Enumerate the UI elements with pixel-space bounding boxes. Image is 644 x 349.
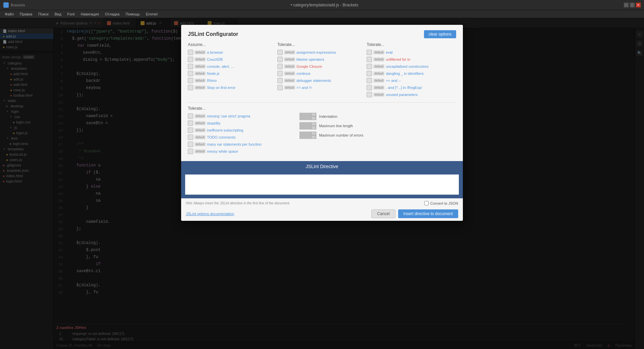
modal-header: JSLint Configurator clear options <box>188 30 456 38</box>
options-columns: Assume... default a browser default Couc… <box>188 42 456 99</box>
option-row: default . and [^...] in /RegExp/ <box>367 85 453 90</box>
title-bar: Brackets • category/templates/add.js - B… <box>0 0 644 10</box>
option-label-rhino[interactable]: Rhino <box>207 79 217 83</box>
action-buttons: Cancel Insert directive to document <box>371 209 458 218</box>
menu-edit[interactable]: Правка <box>17 11 35 17</box>
option-label-stupidity[interactable]: stupidity <box>207 121 220 125</box>
option-checkbox[interactable] <box>277 78 283 83</box>
option-label-continue[interactable]: continue <box>297 71 311 76</box>
option-checkbox[interactable] <box>188 149 193 154</box>
option-label-assign[interactable]: assignment expressions <box>297 50 336 54</box>
option-label-closure[interactable]: Google Closure <box>297 64 322 68</box>
num-up-arrow[interactable]: ▲ <box>311 132 316 135</box>
option-checkbox[interactable] <box>188 85 193 90</box>
option-label-strict[interactable]: missing 'use strict' pragma <box>207 114 250 118</box>
menu-nav[interactable]: Навигация <box>78 11 102 17</box>
menu-search[interactable]: Поиск <box>36 11 51 17</box>
convert-json-checkbox[interactable] <box>424 201 429 205</box>
option-label-manyvar[interactable]: many var statements per function <box>207 142 262 146</box>
number-input-inner <box>300 132 311 139</box>
option-checkbox[interactable] <box>277 50 283 55</box>
option-checkbox[interactable] <box>188 57 193 62</box>
option-label-eval[interactable]: eval <box>386 50 392 54</box>
bottom-section: Tolerate... default missing 'use strict'… <box>188 106 456 156</box>
option-label-couchdb[interactable]: CouchDB <box>207 57 223 61</box>
option-label-browser[interactable]: a browser <box>207 50 223 54</box>
indentation-input[interactable]: ▲ ▼ <box>300 113 316 120</box>
menu-file[interactable]: Файл <box>2 11 16 17</box>
option-row: default bitwise operators <box>277 57 364 62</box>
number-option-indentation: ▲ ▼ Indentation <box>300 113 378 120</box>
close-button[interactable]: ✕ <box>636 3 641 7</box>
option-label-uncap[interactable]: uncapitalized constructors <box>386 64 428 68</box>
insert-directive-button[interactable]: Insert directive to document <box>398 209 458 218</box>
cancel-button[interactable]: Cancel <box>371 209 395 218</box>
option-checkbox[interactable] <box>188 120 193 126</box>
app-name: Brackets <box>11 3 25 7</box>
option-label-subscript[interactable]: inefficient subscripting <box>207 128 243 132</box>
option-checkbox[interactable] <box>367 64 372 69</box>
number-input-inner <box>300 113 311 120</box>
option-checkbox[interactable] <box>188 64 193 69</box>
maxerrors-input[interactable]: ▲ ▼ <box>300 132 316 139</box>
minimize-button[interactable]: ─ <box>624 3 629 7</box>
option-checkbox[interactable] <box>277 71 283 76</box>
maximize-button[interactable]: □ <box>630 3 635 7</box>
directive-hint: Hint: Always insert the JSLint directive… <box>186 201 290 205</box>
num-up-arrow[interactable]: ▲ <box>311 122 316 126</box>
clear-options-button[interactable]: clear options <box>424 30 456 38</box>
option-checkbox[interactable] <box>188 135 193 140</box>
num-up-arrow[interactable]: ▲ <box>311 113 316 116</box>
option-label-plusplus[interactable]: ++ and -- <box>386 79 401 83</box>
option-label-nodejs[interactable]: Node.js <box>207 71 219 76</box>
option-checkbox[interactable] <box>277 64 283 69</box>
option-checkbox[interactable] <box>188 128 193 133</box>
jslint-doc-link[interactable]: JSLint options documentation <box>186 212 234 216</box>
option-checkbox[interactable] <box>367 92 372 97</box>
option-label-unused[interactable]: unused parameters <box>386 93 418 97</box>
option-label-unfiltered[interactable]: unfiltered for in <box>386 57 410 61</box>
menu-debug[interactable]: Отладка <box>102 11 122 17</box>
option-label-bitwise[interactable]: bitwise operators <box>297 57 324 61</box>
directive-textarea[interactable] <box>185 174 459 195</box>
option-checkbox[interactable] <box>188 78 193 83</box>
option-checkbox[interactable] <box>277 85 283 90</box>
option-checkbox[interactable] <box>188 50 193 55</box>
option-checkbox[interactable] <box>367 57 372 62</box>
option-checkbox[interactable] <box>188 113 193 119</box>
num-down-arrow[interactable]: ▼ <box>311 135 316 139</box>
maxline-input[interactable]: ▲ ▼ <box>300 122 316 130</box>
option-label-todo[interactable]: TODO comments <box>207 135 235 139</box>
option-label-console[interactable]: console, alert, ... <box>207 64 234 68</box>
menu-emmet[interactable]: Emmet <box>143 11 160 17</box>
menu-bar: Файл Правка Поиск Вид Font Навигация Отл… <box>0 10 644 18</box>
option-label-stop[interactable]: Stop on first error <box>207 86 235 90</box>
num-down-arrow[interactable]: ▼ <box>311 126 316 130</box>
tolerate-bottom-header: Tolerate... <box>188 106 289 111</box>
option-checkbox[interactable] <box>188 142 193 147</box>
option-label-messy[interactable]: messy white space <box>207 149 238 153</box>
option-checkbox[interactable] <box>277 57 283 62</box>
option-label-regexp[interactable]: . and [^...] in /RegExp/ <box>386 86 422 90</box>
jslint-modal: JSLint Configurator clear options Assume… <box>181 25 463 221</box>
option-checkbox[interactable] <box>367 71 372 76</box>
num-down-arrow[interactable]: ▼ <box>311 116 316 120</box>
menu-help[interactable]: Помощь <box>123 11 143 17</box>
option-checkbox[interactable] <box>188 71 193 76</box>
option-row: default unused parameters <box>367 92 453 97</box>
menu-view[interactable]: Вид <box>52 11 64 17</box>
option-label-dangling[interactable]: dangling _ in identifiers <box>386 71 424 76</box>
option-label-eqeq[interactable]: == and != <box>297 86 312 90</box>
tolerate-header-2: Tolerate... <box>367 42 453 47</box>
option-row: default assignment expressions <box>277 50 364 55</box>
maxerrors-label: Maximum number of errors <box>319 133 363 137</box>
option-label-debugger[interactable]: debugger statements <box>297 79 331 83</box>
option-checkbox[interactable] <box>367 78 372 83</box>
option-checkbox[interactable] <box>367 85 372 90</box>
tolerate-column-2: Tolerate... default eval default unfilte… <box>367 42 456 99</box>
option-checkbox[interactable] <box>367 50 372 55</box>
option-row: default dangling _ in identifiers <box>367 71 453 76</box>
menu-font[interactable]: Font <box>65 11 77 17</box>
number-inputs-column: ▲ ▼ Indentation ▲ ▼ <box>293 106 378 156</box>
option-row: default Node.js <box>188 71 274 76</box>
